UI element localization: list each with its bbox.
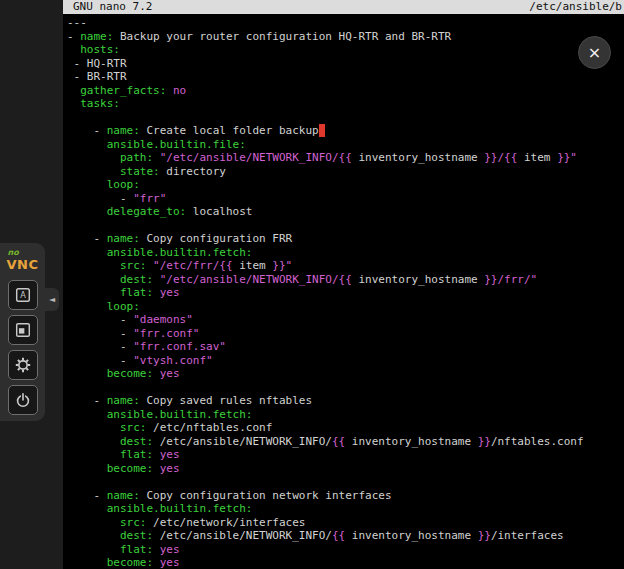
code-token xyxy=(67,408,107,421)
code-token xyxy=(67,97,80,110)
chevron-left-icon: ◄ xyxy=(49,295,55,304)
code-line: dest: /etc/ansible/NETWORK_INFO/{{ inven… xyxy=(67,529,624,543)
code-token: /interfaces xyxy=(491,529,564,542)
fullscreen-button[interactable] xyxy=(8,315,38,345)
code-token xyxy=(166,84,173,97)
code-token: dest: xyxy=(120,435,153,448)
code-token xyxy=(67,43,80,56)
code-token: delegate_to: xyxy=(107,205,186,218)
code-token: ansible.builtin.fetch: xyxy=(107,246,253,259)
code-token: /etc/nftables.conf xyxy=(146,421,272,434)
code-token xyxy=(67,151,120,164)
code-token xyxy=(153,543,160,556)
code-token xyxy=(67,273,120,286)
control-bar-handle[interactable]: ◄ xyxy=(45,288,59,311)
editor-content[interactable]: ---- name: Backup your router configurat… xyxy=(63,14,624,569)
code-token: inventory_hostname xyxy=(345,435,477,448)
text-cursor xyxy=(319,124,326,137)
code-line: - "frr.conf.sav" xyxy=(67,340,624,354)
code-token: Backup your router configuration HQ-RTR … xyxy=(113,30,451,43)
code-line: - "frr.conf" xyxy=(67,327,624,341)
code-line: dest: /etc/ansible/NETWORK_INFO/{{ inven… xyxy=(67,435,624,449)
power-button[interactable] xyxy=(8,385,38,415)
code-line: flat: yes xyxy=(67,448,624,462)
code-token: }}/{{ xyxy=(484,151,517,164)
close-icon: × xyxy=(588,43,601,62)
code-token xyxy=(67,165,120,178)
code-token: name: xyxy=(107,124,140,137)
code-token: yes xyxy=(160,448,180,461)
code-token: src: xyxy=(120,421,147,434)
code-token: }}" xyxy=(557,151,577,164)
gear-icon xyxy=(14,356,32,374)
code-line: flat: yes xyxy=(67,543,624,557)
code-token: ansible.builtin.fetch: xyxy=(107,408,253,421)
code-line: src: /etc/nftables.conf xyxy=(67,421,624,435)
code-token xyxy=(67,421,120,434)
code-token xyxy=(67,435,120,448)
clipboard-icon: A xyxy=(14,286,32,304)
code-line: - name: Copy configuration network inter… xyxy=(67,489,624,503)
code-token: yes xyxy=(160,286,180,299)
code-token xyxy=(67,367,107,380)
code-line: become: yes xyxy=(67,462,624,476)
code-line xyxy=(67,219,624,233)
clipboard-button[interactable]: A xyxy=(8,280,38,310)
code-token: "/etc/ansible/NETWORK_INFO/{{ xyxy=(160,273,352,286)
code-token: "frr" xyxy=(133,192,166,205)
nano-file-path: /etc/ansible/b xyxy=(529,0,622,14)
code-token: item xyxy=(517,151,557,164)
code-line: - name: Copy configuration FRR xyxy=(67,232,624,246)
code-token xyxy=(67,502,107,515)
code-token xyxy=(67,556,107,569)
code-token: localhost xyxy=(186,205,252,218)
code-token: name: xyxy=(80,30,113,43)
code-token xyxy=(67,138,107,151)
code-token xyxy=(67,448,120,461)
code-token xyxy=(153,556,160,569)
code-token xyxy=(67,529,120,542)
code-token: name: xyxy=(107,394,140,407)
code-token: name: xyxy=(107,489,140,502)
code-token: Copy configuration FRR xyxy=(140,232,292,245)
code-line: - HQ-RTR xyxy=(67,57,624,71)
code-token: }}" xyxy=(272,259,292,272)
close-button[interactable]: × xyxy=(578,36,611,69)
code-token xyxy=(67,246,107,259)
code-line: become: yes xyxy=(67,367,624,381)
code-token: - xyxy=(67,489,107,502)
code-token: src: xyxy=(120,259,147,272)
novnc-logo: no VNC xyxy=(4,248,42,272)
code-token: Copy saved rules nftables xyxy=(140,394,312,407)
code-token xyxy=(153,462,160,475)
code-token: - xyxy=(67,394,107,407)
novnc-logo-no: no xyxy=(8,248,42,257)
settings-button[interactable] xyxy=(8,350,38,380)
code-token: item xyxy=(233,259,273,272)
code-token xyxy=(67,205,107,218)
code-token: gather_facts: xyxy=(80,84,166,97)
code-token: - xyxy=(67,327,133,340)
code-token: loop: xyxy=(107,300,140,313)
code-token: directory xyxy=(160,165,226,178)
code-token: {{ xyxy=(332,529,345,542)
code-token: ansible.builtin.fetch: xyxy=(107,502,253,515)
code-line: dest: "/etc/ansible/NETWORK_INFO/{{ inve… xyxy=(67,273,624,287)
code-line: - name: Backup your router configuration… xyxy=(67,30,624,44)
code-line: state: directory xyxy=(67,165,624,179)
code-token: }} xyxy=(478,529,491,542)
vnc-control-bar: no VNC A xyxy=(0,243,45,421)
code-line: path: "/etc/ansible/NETWORK_INFO/{{ inve… xyxy=(67,151,624,165)
code-token: path: xyxy=(120,151,153,164)
code-line: src: /etc/network/interfaces xyxy=(67,516,624,530)
code-line: - "daemons" xyxy=(67,313,624,327)
code-token: - xyxy=(67,192,133,205)
code-line: ansible.builtin.file: xyxy=(67,138,624,152)
code-token: /etc/ansible/NETWORK_INFO/ xyxy=(153,529,332,542)
code-line xyxy=(67,111,624,125)
code-token: src: xyxy=(120,516,147,529)
code-token: dest: xyxy=(120,529,153,542)
code-line: flat: yes xyxy=(67,286,624,300)
code-token xyxy=(153,448,160,461)
nano-terminal[interactable]: GNU nano 7.2 /etc/ansible/b ---- name: B… xyxy=(63,0,624,569)
